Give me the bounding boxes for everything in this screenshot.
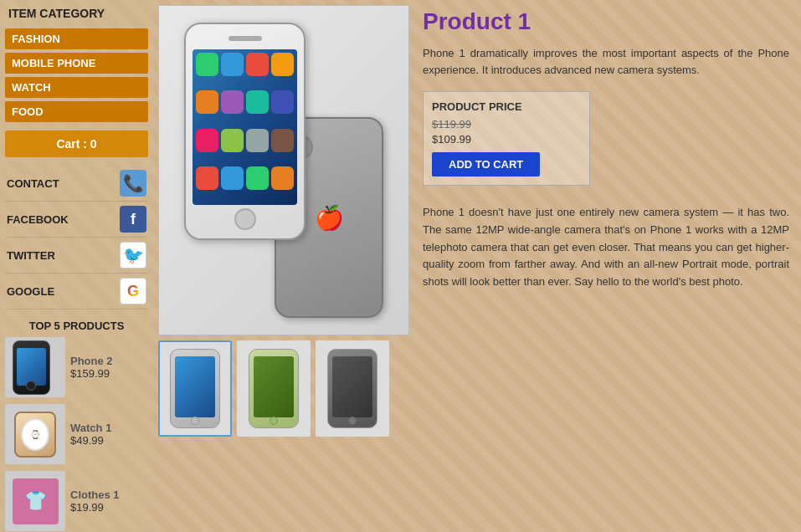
clothes1-info: Clothes 1 $19.99: [70, 489, 120, 514]
image-area: 🍎: [158, 5, 409, 437]
phone-screen: [193, 49, 297, 205]
phone2-thumbnail: [5, 337, 65, 397]
watch1-name: Watch 1: [70, 422, 111, 434]
thumb-phone-1: [170, 349, 220, 428]
google-icon[interactable]: G: [120, 278, 146, 304]
phone-speaker: [228, 36, 262, 41]
google-label: GOOGLE: [7, 285, 54, 298]
new-price: $109.99: [432, 133, 581, 146]
top-product-phone2[interactable]: Phone 2 $159.99: [5, 337, 148, 397]
product-description-long: Phone 1 doesn't have just one entirely n…: [423, 204, 789, 291]
twitter-icon[interactable]: 🐦: [120, 242, 146, 269]
clothes1-price: $19.99: [70, 501, 120, 514]
phone-home-button: [234, 208, 256, 230]
facebook-label: FACEBOOK: [7, 213, 69, 226]
price-box: PRODUCT PRICE $119.99 $109.99 ADD TO CAR…: [423, 91, 590, 186]
cart-button[interactable]: Cart : 0: [5, 130, 148, 157]
category-food[interactable]: FOOD: [5, 101, 148, 122]
sidebar: ITEM CATEGORY FASHION MOBILE PHONE WATCH…: [0, 0, 153, 532]
price-label: PRODUCT PRICE: [432, 100, 581, 113]
thumbnail-1[interactable]: [158, 340, 232, 437]
category-title: ITEM CATEGORY: [5, 5, 148, 22]
google-row: GOOGLE G: [5, 274, 148, 309]
contact-row: CONTACT 📞: [5, 166, 148, 202]
top-product-watch1[interactable]: ⌚ Watch 1 $49.99: [5, 404, 148, 464]
product-view: 🍎: [158, 5, 796, 437]
contact-label: CONTACT: [7, 177, 59, 190]
top-products-title: TOP 5 PRODUCTS: [5, 320, 148, 332]
phone-graphic: 🍎: [159, 6, 408, 335]
add-to-cart-button[interactable]: ADD TO CART: [432, 152, 540, 176]
product-description-short: Phone 1 dramatically improves the most i…: [423, 45, 789, 78]
phone2-price: $159.99: [70, 367, 113, 380]
facebook-icon[interactable]: f: [120, 206, 146, 233]
category-mobile-phone[interactable]: MOBILE PHONE: [5, 53, 148, 74]
contact-section: CONTACT 📞 FACEBOOK f TWITTER 🐦 GOOGLE G: [5, 166, 148, 309]
clothes1-name: Clothes 1: [70, 489, 120, 501]
thumbnail-2[interactable]: [237, 340, 311, 437]
clothes1-thumbnail: 👕: [5, 471, 65, 531]
contact-icon[interactable]: 📞: [120, 170, 146, 197]
twitter-label: TWITTER: [7, 249, 55, 262]
product-title: Product 1: [423, 8, 789, 35]
thumbnail-strip: [158, 340, 409, 437]
twitter-row: TWITTER 🐦: [5, 238, 148, 274]
facebook-row: FACEBOOK f: [5, 202, 148, 238]
thumb-phone-3: [327, 349, 377, 428]
main-product-image: 🍎: [158, 5, 409, 335]
phone2-info: Phone 2 $159.99: [70, 355, 113, 380]
top-product-clothes1[interactable]: 👕 Clothes 1 $19.99: [5, 471, 148, 531]
thumbnail-3[interactable]: [316, 340, 389, 437]
category-watch[interactable]: WATCH: [5, 77, 148, 98]
phone2-name: Phone 2: [70, 355, 113, 367]
apple-logo: 🍎: [315, 204, 344, 232]
watch1-info: Watch 1 $49.99: [70, 422, 111, 447]
old-price: $119.99: [432, 118, 581, 130]
thumb-phone-2: [249, 349, 299, 428]
watch1-price: $49.99: [70, 434, 111, 447]
phone-front: [184, 23, 306, 240]
watch1-thumbnail: ⌚: [5, 404, 65, 464]
product-detail: Product 1 Phone 1 dramatically improves …: [416, 5, 796, 437]
main-content: 🍎: [153, 0, 801, 532]
category-fashion[interactable]: FASHION: [5, 28, 148, 49]
